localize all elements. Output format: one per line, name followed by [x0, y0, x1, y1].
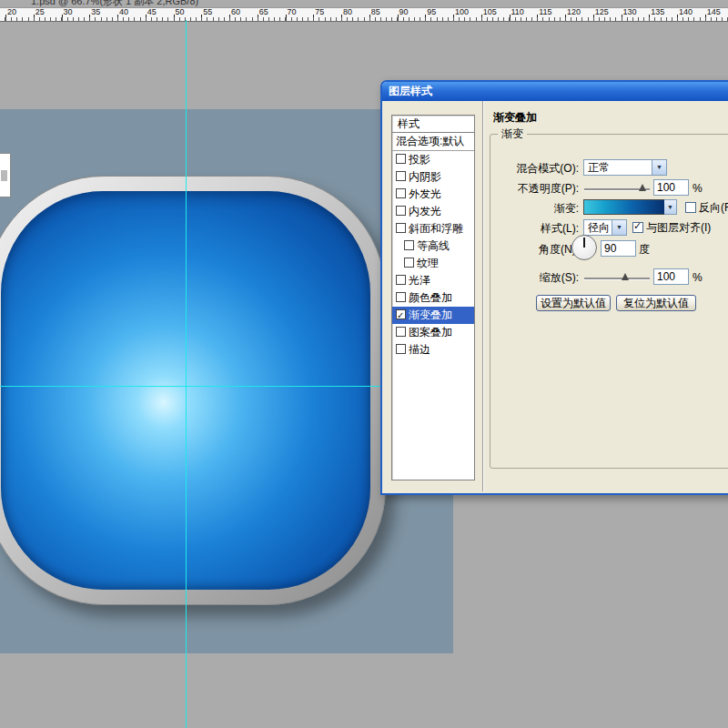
unchecked-checkbox[interactable] — [396, 188, 406, 198]
gradient-swatch[interactable] — [583, 199, 665, 215]
style-item[interactable]: 混合选项:默认 — [392, 133, 474, 151]
gradient-group: 渐变 混合模式(O): 正常 ▼ 不透明度(P): 100 % 渐变: — [490, 126, 728, 469]
dialog-titlebar[interactable]: 图层样式 — [382, 82, 728, 101]
style-item[interactable]: 内发光 — [392, 203, 474, 220]
style-item-label: 内阴影 — [409, 170, 441, 183]
opacity-label: 不透明度(P): — [490, 182, 579, 195]
blend-mode-label: 混合模式(O): — [490, 162, 579, 175]
style-item-label: 图案叠加 — [409, 326, 452, 339]
style-item[interactable]: 投影 — [392, 151, 474, 168]
ruler-tick: 135 — [649, 8, 680, 21]
ruler-tick: 60 — [229, 8, 260, 21]
angle-input[interactable]: 90 — [601, 240, 636, 257]
styles-header: 样式 — [392, 116, 474, 133]
ruler-tick: 115 — [537, 8, 568, 21]
blend-mode-select[interactable]: 正常 ▼ — [583, 159, 667, 176]
opacity-input[interactable]: 100 — [653, 179, 689, 196]
opacity-slider[interactable] — [584, 184, 650, 194]
unchecked-checkbox[interactable] — [404, 258, 414, 268]
gradient-overlay-panel: 渐变叠加 渐变 混合模式(O): 正常 ▼ 不透明度(P): 100 % — [484, 101, 728, 491]
align-layer-label: 与图层对齐(I) — [646, 221, 711, 234]
scale-slider-thumb[interactable] — [622, 273, 629, 280]
scale-input[interactable]: 100 — [653, 268, 689, 285]
set-default-button[interactable]: 设置为默认值 — [536, 295, 611, 311]
style-item[interactable]: 等高线 — [392, 238, 474, 255]
angle-unit: 度 — [639, 243, 650, 256]
blue-button-shape[interactable] — [0, 176, 386, 605]
ruler-tick: 45 — [146, 8, 177, 21]
photoshop-workspace: 1.psd @ 66.7%(形状 1 副本 2,RGB/8) 202530354… — [0, 0, 728, 728]
unchecked-checkbox[interactable] — [396, 223, 406, 233]
style-item[interactable]: 内阴影 — [392, 168, 474, 186]
angle-dial[interactable] — [571, 235, 597, 260]
clipped-panel-fragment — [0, 153, 11, 197]
layer-style-dialog: 图层样式 样式 混合选项:默认投影内阴影外发光内发光斜面和浮雕等高线纹理光泽颜色… — [380, 80, 728, 495]
ruler-tick: 65 — [258, 8, 288, 21]
ruler-tick: 105 — [481, 8, 512, 21]
reverse-checkbox[interactable] — [685, 202, 696, 213]
styles-list-panel: 样式 混合选项:默认投影内阴影外发光内发光斜面和浮雕等高线纹理光泽颜色叠加渐变叠… — [391, 115, 475, 480]
section-title: 渐变叠加 — [493, 110, 537, 126]
unchecked-checkbox[interactable] — [396, 206, 406, 216]
style-item[interactable]: 颜色叠加 — [392, 289, 474, 307]
chevron-down-icon[interactable]: ▼ — [652, 160, 666, 175]
unchecked-checkbox[interactable] — [396, 171, 406, 181]
ruler-tick: 30 — [62, 8, 93, 21]
style-item-label: 描边 — [409, 343, 430, 356]
style-item-label: 斜面和浮雕 — [409, 222, 463, 235]
ruler-tick: 100 — [453, 8, 484, 21]
style-item[interactable]: 光泽 — [392, 272, 474, 289]
unchecked-checkbox[interactable] — [396, 154, 406, 164]
style-item[interactable]: 外发光 — [392, 186, 474, 203]
gradient-label: 渐变: — [490, 202, 579, 215]
style-item-label: 内发光 — [409, 205, 441, 217]
group-title: 渐变 — [498, 126, 527, 142]
ruler-tick: 140 — [677, 8, 708, 21]
ruler-tick: 80 — [341, 8, 372, 21]
ruler-tick: 95 — [425, 8, 456, 21]
style-item[interactable]: 渐变叠加 — [392, 307, 474, 324]
angle-label: 角度(N): — [490, 243, 579, 256]
ruler-tick: 145 — [705, 8, 728, 21]
style-item[interactable]: 图案叠加 — [392, 324, 474, 341]
ruler-tick: 75 — [313, 8, 344, 21]
unchecked-checkbox[interactable] — [396, 344, 406, 354]
scale-slider[interactable] — [584, 273, 650, 283]
style-select[interactable]: 径向 ▼ — [583, 219, 627, 236]
ruler-tick: 35 — [89, 8, 120, 21]
unchecked-checkbox[interactable] — [404, 240, 414, 250]
horizontal-ruler[interactable]: 2025303540455055606570758085909510010511… — [0, 7, 728, 22]
ruler-tick: 120 — [565, 8, 596, 21]
style-item[interactable]: 斜面和浮雕 — [392, 220, 474, 238]
opacity-slider-thumb[interactable] — [639, 184, 646, 191]
style-label: 样式(L): — [490, 222, 579, 235]
vertical-guide[interactable] — [186, 20, 187, 728]
style-item-label: 纹理 — [417, 257, 439, 269]
styles-items: 混合选项:默认投影内阴影外发光内发光斜面和浮雕等高线纹理光泽颜色叠加渐变叠加图案… — [392, 133, 474, 359]
ruler-tick: 125 — [593, 8, 624, 21]
chevron-down-icon[interactable]: ▼ — [612, 220, 626, 235]
ruler-tick: 85 — [369, 8, 400, 21]
ruler-tick: 110 — [510, 8, 541, 21]
scale-label: 缩放(S): — [490, 271, 579, 284]
style-item-label: 颜色叠加 — [409, 291, 452, 304]
style-item[interactable]: 纹理 — [392, 255, 474, 272]
blend-mode-value: 正常 — [584, 160, 652, 175]
ruler-tick: 40 — [117, 8, 148, 21]
checked-checkbox[interactable] — [396, 309, 406, 319]
style-item[interactable]: 描边 — [392, 341, 474, 359]
ruler-tick: 25 — [34, 8, 65, 21]
ruler-tick: 70 — [286, 8, 317, 21]
align-layer-checkbox[interactable] — [632, 222, 643, 233]
unchecked-checkbox[interactable] — [396, 327, 406, 337]
ruler-tick: 20 — [5, 8, 36, 21]
reverse-label: 反向(R) — [699, 201, 728, 214]
gradient-picker-arrow[interactable]: ▼ — [664, 199, 677, 215]
style-item-label: 等高线 — [417, 239, 450, 252]
ruler-tick: 90 — [398, 8, 429, 21]
unchecked-checkbox[interactable] — [396, 292, 406, 302]
unchecked-checkbox[interactable] — [396, 275, 406, 285]
ruler-tick: 50 — [174, 8, 205, 21]
style-item-label: 光泽 — [409, 274, 430, 287]
reset-default-button[interactable]: 复位为默认值 — [616, 295, 696, 311]
